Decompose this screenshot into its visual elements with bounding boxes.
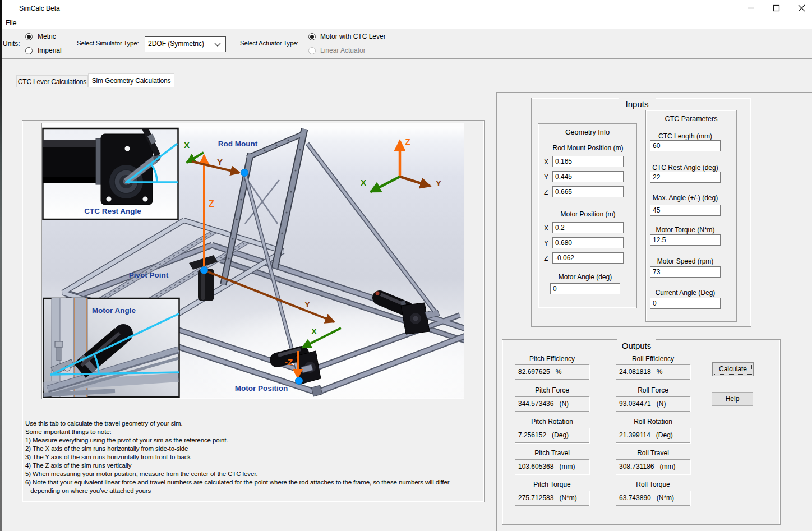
- ctc-field-input-1[interactable]: [650, 172, 721, 183]
- motor-position-label: Motor Position: [235, 384, 288, 393]
- close-button[interactable]: [789, 0, 812, 17]
- output-value-right-2: 21.399114 (Deg): [616, 428, 690, 443]
- chevron-down-icon: [214, 43, 221, 47]
- rod-mount-point: [241, 169, 248, 177]
- output-label-right-0: Roll Efficiency: [616, 355, 690, 363]
- maximize-button[interactable]: [764, 0, 789, 17]
- menu-file[interactable]: File: [6, 19, 16, 27]
- units-radio-imperial[interactable]: [25, 47, 33, 54]
- triad-z-label: Z: [405, 137, 410, 146]
- output-label-left-4: Pitch Torque: [515, 481, 589, 488]
- ctc-field-label-4: Motor Speed (rpm): [650, 257, 721, 265]
- axis-x-label-top: X: [184, 140, 190, 150]
- output-value-left-0: 82.697625 %: [515, 364, 589, 380]
- axis-x-label-main: X: [311, 326, 317, 336]
- output-value-right-3: 308.731186 (mm): [616, 459, 690, 474]
- axis-z-label-main: Z: [209, 199, 214, 209]
- note-line-7: 5) When measuring your motor position, m…: [25, 470, 258, 477]
- output-value-right-4: 63.743890 (N*m): [616, 491, 690, 506]
- pivot-point-dot: [201, 267, 208, 274]
- note-line-8: 6) Note that your equivalent linear forc…: [25, 479, 449, 486]
- axis-letter-y-0: Y: [544, 173, 552, 181]
- actuator-radio-label-0: Motor with CTC Lever: [320, 33, 386, 40]
- note-line-4: 2) The X axis of the sim runs horizontal…: [25, 445, 188, 452]
- output-value-left-3: 103.605368 (mm): [515, 459, 589, 474]
- ctc-field-label-1: CTC Rest Angle (deg): [650, 164, 721, 172]
- simulator-type-select[interactable]: 2DOF (Symmetric): [145, 36, 226, 52]
- output-label-right-4: Roll Torque: [616, 481, 690, 488]
- axis-letter-z-1: Z: [544, 255, 552, 262]
- actuator-radio-label-1: Linear Actuator: [320, 47, 366, 54]
- background-window-edge: [0, 0, 2, 531]
- ctc-field-label-3: Motor Torque (N*m): [650, 226, 721, 234]
- ctc-field-label-2: Max. Angle (+/-) (deg): [650, 194, 721, 202]
- output-label-left-3: Pitch Travel: [515, 449, 589, 457]
- output-value-left-1: 344.573436 (N): [515, 396, 589, 412]
- ctc-field-input-0[interactable]: [650, 140, 721, 151]
- motor-position-dot: [296, 377, 303, 385]
- outputs-title: Outputs: [617, 341, 656, 350]
- note-line-6: 4) The Z axis of the sim runs vertically: [25, 462, 131, 469]
- motor-angle-label: Motor Angle: [92, 306, 136, 315]
- output-label-left-1: Pitch Force: [515, 386, 589, 394]
- calculate-button[interactable]: Calculate: [712, 362, 754, 376]
- output-value-left-2: 7.256152 (Deg): [515, 428, 589, 443]
- geometry-motor-position-x-input[interactable]: [552, 222, 624, 233]
- simulator-type-value: 2DOF (Symmetric): [148, 40, 204, 48]
- ctc-field-label-0: CTC Length (mm): [650, 132, 721, 140]
- output-label-right-1: Roll Force: [616, 386, 690, 394]
- note-line-1: Use this tab to calculate the travel geo…: [25, 420, 183, 427]
- geometry-section-label-1: Motor Position (m): [552, 210, 624, 218]
- diagram-image: Rod Mount Pivot Point Motor Position X Y…: [41, 123, 464, 399]
- actuator-radio-1[interactable]: [308, 47, 316, 54]
- geometry-rod-mount-z-input[interactable]: [552, 186, 624, 197]
- note-line-5: 3) The Y axis of the sim runs horizontal…: [25, 454, 191, 460]
- output-label-right-2: Roll Rotation: [616, 418, 690, 426]
- title-bar: [2, 0, 812, 17]
- maximize-icon: [774, 6, 779, 11]
- radio-dot: [27, 35, 31, 39]
- units-radio-label-1: Imperial: [38, 47, 62, 54]
- triad-x-label: X: [361, 178, 366, 187]
- simulator-type-label: Select Simulator Type:: [77, 40, 139, 47]
- minimize-button[interactable]: [739, 0, 764, 17]
- ctc-field-input-2[interactable]: [650, 205, 721, 216]
- geometry-section-label-0: Rod Mount Position (m): [552, 144, 624, 152]
- tab-ctc-lever-calculations[interactable]: CTC Lever Calculations: [16, 75, 88, 87]
- output-label-left-0: Pitch Efficiency: [515, 355, 589, 363]
- actuator-radio-0[interactable]: [308, 33, 316, 40]
- motor-angle-label: Motor Angle (deg): [550, 273, 620, 281]
- note-line-9: depending on where you've attached yours: [25, 487, 151, 494]
- inputs-title: Inputs: [619, 99, 656, 109]
- pivot-point-label: Pivot Point: [129, 271, 169, 279]
- geometry-motor-position-z-input[interactable]: [552, 252, 624, 264]
- units-radio-label-0: Metric: [38, 33, 56, 40]
- axis-letter-x-1: X: [544, 224, 552, 232]
- window-title: SimCalc Beta: [19, 4, 60, 12]
- ctc-rest-angle-inset: CTC Rest Angle: [42, 124, 178, 219]
- ctc-field-input-5[interactable]: [650, 298, 721, 309]
- motor-angle-input[interactable]: [550, 283, 620, 294]
- axis-y-label-main: Y: [304, 299, 310, 309]
- ctc-field-label-5: Current Angle (Deg): [650, 289, 721, 297]
- close-icon: [799, 5, 805, 11]
- units-radio-metric[interactable]: [25, 33, 33, 40]
- geometry-title: Geometry Info: [538, 128, 637, 136]
- geometry-motor-position-y-input[interactable]: [552, 237, 624, 248]
- geometry-rod-mount-x-input[interactable]: [552, 156, 624, 167]
- axis-letter-y-1: Y: [544, 239, 552, 247]
- calculate-button-label: Calculate: [719, 365, 747, 373]
- axis-y-label-top: Y: [217, 157, 223, 167]
- tab-sim-geometry-calculations[interactable]: Sim Geometry Calculations: [88, 73, 174, 87]
- ctc-field-input-4[interactable]: [650, 266, 721, 278]
- output-label-right-3: Roll Travel: [616, 449, 690, 457]
- help-button[interactable]: Help: [712, 392, 753, 406]
- menu-bar: [2, 17, 812, 29]
- geometry-rod-mount-y-input[interactable]: [552, 171, 624, 182]
- output-value-right-0: 24.081818 %: [616, 364, 690, 380]
- axis-letter-x-0: X: [544, 158, 552, 166]
- note-line-3: 1) Measure everything using the pivot of…: [25, 437, 228, 444]
- motor-angle-inset: Motor Angle: [43, 298, 179, 398]
- help-button-label: Help: [726, 395, 740, 403]
- ctc-field-input-3[interactable]: [650, 234, 721, 246]
